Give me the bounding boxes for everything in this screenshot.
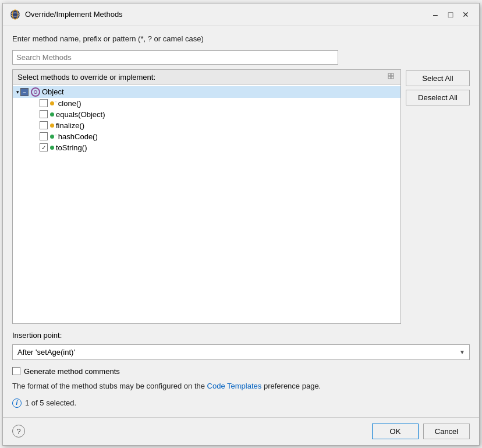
quote-hashcode: " [55,134,56,139]
method-indicators-clone: " [50,101,56,105]
info-icon: i [12,398,22,408]
minimize-button[interactable]: – [429,8,442,21]
root-checkbox[interactable]: – [20,88,29,96]
method-checkbox-clone[interactable] [40,99,48,107]
footer-left: ? [12,425,25,438]
method-name-equals: equals(Object) [56,110,105,119]
dot-green-hashcode [50,135,54,139]
search-input[interactable] [12,50,338,65]
method-checkbox-tostring[interactable]: ✓ [40,143,48,151]
app-icon [10,9,20,20]
method-name-tostring: toString() [56,143,87,152]
select-all-button[interactable]: Select All [406,70,470,86]
svg-rect-3 [388,73,391,76]
dot-green-equals [50,112,54,117]
list-item[interactable]: " hashCode() [13,131,401,142]
generate-comments-label: Generate method comments [24,367,120,376]
methods-panel-label: Select methods to override or implement: [17,73,155,82]
svg-rect-6 [391,76,394,79]
methods-panel: Select methods to override or implement: [12,69,401,324]
dot-yellow-clone [50,101,54,105]
info-text-block: The format of the method stubs may be co… [12,380,470,392]
list-item[interactable]: equals(Object) [13,109,401,120]
grid-icon [388,73,396,81]
code-templates-link[interactable]: Code Templates [207,382,262,390]
dialog-footer: ? OK Cancel [3,417,479,445]
insertion-select[interactable]: After 'setAge(int)' [12,344,470,360]
methods-section: Select methods to override or implement: [12,69,470,324]
cancel-button[interactable]: Cancel [423,424,470,439]
object-class-icon: O [31,87,40,97]
quote-clone: " [55,101,56,105]
sidebar-buttons: Select All Deselect All [406,69,470,324]
method-checkbox-equals[interactable] [40,110,48,118]
method-checkbox-finalize[interactable] [40,121,48,129]
method-name-finalize: finalize() [56,121,84,130]
generate-comments-row: Generate method comments [12,367,470,376]
info-text-post: preference page. [261,382,321,390]
expand-icon: ▾ [16,89,19,95]
dot-yellow-finalize [50,124,54,128]
tree-root-item[interactable]: ▾ – O Object [13,86,401,98]
list-item[interactable]: ✓ toString() [13,142,401,153]
method-name-clone: clone() [58,99,81,108]
insertion-label: Insertion point: [12,331,470,340]
instruction-label: Enter method name, prefix or pattern (*,… [12,34,470,43]
title-controls: – □ ✕ [429,8,472,21]
method-indicators-tostring [50,146,54,150]
status-row: i 1 of 5 selected. [12,397,470,409]
insertion-select-wrapper: After 'setAge(int)' ▼ [12,344,470,360]
info-text-pre: The format of the method stubs may be co… [12,382,207,390]
help-button[interactable]: ? [12,425,25,438]
close-button[interactable]: ✕ [459,8,472,21]
methods-panel-header: Select methods to override or implement: [13,70,401,85]
generate-comments-checkbox[interactable] [12,367,20,375]
status-text: 1 of 5 selected. [25,397,76,409]
list-item[interactable]: finalize() [13,120,401,131]
svg-rect-5 [388,76,391,79]
override-implement-dialog: Override/Implement Methods – □ ✕ Enter m… [2,3,480,446]
root-label: Object [42,87,64,96]
method-name-hashcode: hashCode() [58,132,98,141]
method-indicators-equals [50,112,54,117]
title-bar-left: Override/Implement Methods [10,9,123,20]
list-item[interactable]: " clone() [13,98,401,109]
dialog-title: Override/Implement Methods [25,10,123,19]
method-indicators-finalize [50,124,54,128]
svg-rect-4 [391,73,394,76]
method-checkbox-hashcode[interactable] [40,132,48,140]
deselect-all-button[interactable]: Deselect All [406,90,470,105]
method-indicators-hashcode: " [50,134,56,139]
methods-list: ▾ – O Object " [13,85,401,323]
dialog-body: Enter method name, prefix or pattern (*,… [3,26,479,417]
footer-right: OK Cancel [372,424,470,439]
dot-green-tostring [50,146,54,150]
maximize-button[interactable]: □ [444,8,457,21]
title-bar: Override/Implement Methods – □ ✕ [3,3,479,26]
ok-button[interactable]: OK [372,424,419,439]
